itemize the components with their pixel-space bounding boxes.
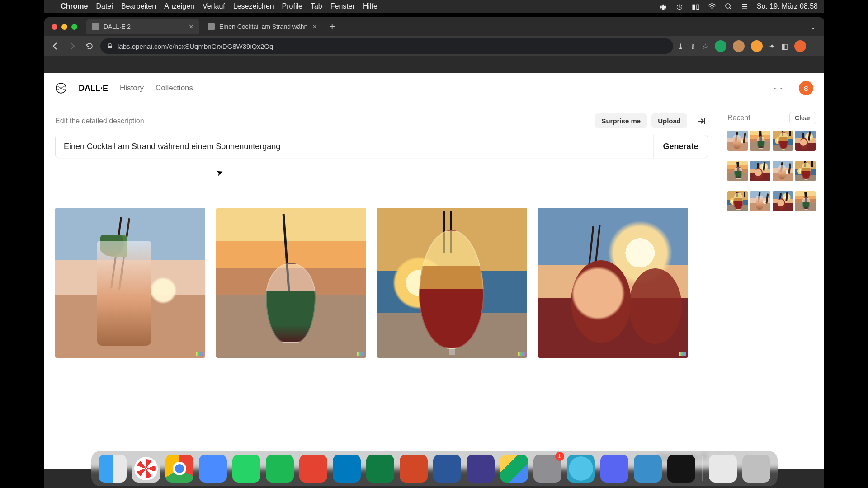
clear-button[interactable]: Clear xyxy=(789,112,816,124)
recent-thumb[interactable] xyxy=(795,161,816,181)
result-image[interactable] xyxy=(377,208,527,358)
dock-trello-icon[interactable] xyxy=(333,455,361,483)
dock-todoist-icon[interactable] xyxy=(299,455,327,483)
new-tab-button[interactable]: + xyxy=(326,21,339,33)
sidepanel-icon[interactable]: ◧ xyxy=(781,42,788,51)
address-bar[interactable]: labs.openai.com/e/nsxSUqmbnGrxDG8W39iQx2… xyxy=(100,38,673,54)
recent-thumb[interactable] xyxy=(773,161,793,181)
recent-row xyxy=(727,191,816,211)
menubar-clock[interactable]: So. 19. März 08:58 xyxy=(757,2,818,10)
app-header: DALL·E History Collections ⋯ S xyxy=(44,73,824,103)
close-tab-icon[interactable]: ✕ xyxy=(189,23,194,30)
dock-settings-icon[interactable]: 1 xyxy=(533,455,561,483)
close-tab-icon[interactable]: ✕ xyxy=(312,23,317,30)
nav-history[interactable]: History xyxy=(120,84,144,93)
extension-icon[interactable] xyxy=(715,40,726,52)
menu-tab[interactable]: Tab xyxy=(311,2,322,10)
dock-discord-icon[interactable] xyxy=(600,455,628,483)
back-button[interactable] xyxy=(49,40,61,52)
more-menu-icon[interactable]: ⋯ xyxy=(769,83,787,94)
bookmark-star-icon[interactable]: ☆ xyxy=(702,42,708,51)
control-center-icon[interactable]: ☰ xyxy=(741,2,749,10)
result-image[interactable] xyxy=(55,208,205,358)
generate-button[interactable]: Generate xyxy=(653,135,708,158)
tab-favicon xyxy=(92,23,99,30)
dock-word-icon[interactable] xyxy=(433,455,461,483)
recent-thumb[interactable] xyxy=(750,131,770,151)
openai-logo-icon[interactable] xyxy=(55,82,67,94)
svg-point-0 xyxy=(726,4,730,8)
dock-voicememos-icon[interactable] xyxy=(667,455,695,483)
tab-dalle2[interactable]: DALL·E 2 ✕ xyxy=(86,19,199,34)
wifi-icon[interactable] xyxy=(708,2,716,10)
dock-trash-icon[interactable] xyxy=(742,455,770,483)
recent-thumb[interactable] xyxy=(750,161,770,181)
chrome-menu-icon[interactable]: ⋮ xyxy=(812,42,820,51)
reload-button[interactable] xyxy=(83,40,96,52)
macos-menubar: Chrome Datei Bearbeiten Anzeigen Verlauf… xyxy=(44,0,824,13)
main-panel: Edit the detailed description Surprise m… xyxy=(44,103,719,469)
dock-spotify-icon[interactable] xyxy=(266,455,294,483)
svg-rect-2 xyxy=(108,46,112,48)
extensions-puzzle-icon[interactable]: ✦ xyxy=(769,42,775,51)
user-avatar[interactable]: S xyxy=(799,81,813,95)
forward-button[interactable] xyxy=(66,40,79,52)
dock-whatsapp-icon[interactable] xyxy=(232,455,260,483)
tab-cocktail[interactable]: Einen Cocktail am Strand wähn ✕ xyxy=(202,19,323,34)
result-image[interactable] xyxy=(538,208,688,358)
menu-fenster[interactable]: Fenster xyxy=(330,2,355,10)
recent-thumb[interactable] xyxy=(727,131,748,151)
menubar-app-name[interactable]: Chrome xyxy=(61,2,88,10)
dock-excel-icon[interactable] xyxy=(366,455,394,483)
lock-icon xyxy=(107,43,113,49)
dalle-watermark-icon xyxy=(679,352,686,356)
clock-icon[interactable]: ◷ xyxy=(675,2,684,10)
extension-icon[interactable] xyxy=(733,40,745,52)
install-app-icon[interactable]: ⤓ xyxy=(678,42,684,51)
dock-zoom-icon[interactable] xyxy=(199,455,227,483)
close-window-button[interactable] xyxy=(52,24,57,30)
screen-record-icon[interactable]: ◉ xyxy=(659,2,667,10)
menu-anzeigen[interactable]: Anzeigen xyxy=(164,2,194,10)
collapse-sidebar-icon[interactable] xyxy=(693,114,708,128)
recent-thumb[interactable] xyxy=(795,191,816,211)
battery-icon[interactable]: ▮▯ xyxy=(692,2,700,10)
profile-avatar[interactable] xyxy=(794,40,806,52)
menu-verlauf[interactable]: Verlauf xyxy=(203,2,225,10)
dock-app-icon[interactable] xyxy=(567,455,595,483)
recent-thumb[interactable] xyxy=(750,191,770,211)
result-image[interactable] xyxy=(216,208,366,358)
dock-chrome-icon[interactable] xyxy=(165,455,193,483)
recent-row xyxy=(727,131,816,151)
nav-collections[interactable]: Collections xyxy=(156,84,193,93)
upload-button[interactable]: Upload xyxy=(651,113,687,128)
extension-icon[interactable] xyxy=(751,40,763,52)
dock-powerpoint-icon[interactable] xyxy=(400,455,428,483)
prompt-input[interactable] xyxy=(56,135,653,158)
dock-quicktime-icon[interactable] xyxy=(634,455,662,483)
recent-thumb[interactable] xyxy=(773,131,793,151)
recent-row xyxy=(727,161,816,181)
menu-bearbeiten[interactable]: Bearbeiten xyxy=(121,2,156,10)
menu-hilfe[interactable]: Hilfe xyxy=(363,2,377,10)
dock-safari-icon[interactable] xyxy=(132,455,160,483)
dock-googledrive-icon[interactable] xyxy=(500,455,528,483)
menu-profile[interactable]: Profile xyxy=(282,2,302,10)
spotlight-icon[interactable] xyxy=(724,2,732,10)
dock-divider xyxy=(702,456,703,481)
recent-thumb[interactable] xyxy=(795,131,816,151)
dock-imovie-icon[interactable] xyxy=(467,455,495,483)
menu-lesezeichen[interactable]: Lesezeichen xyxy=(233,2,274,10)
dock-finder-icon[interactable] xyxy=(99,455,127,483)
brand-name[interactable]: DALL·E xyxy=(79,84,108,93)
share-icon[interactable]: ⇪ xyxy=(690,42,696,51)
minimize-window-button[interactable] xyxy=(61,24,67,30)
zoom-window-button[interactable] xyxy=(71,24,77,30)
tab-overview-button[interactable]: ⌄ xyxy=(807,23,820,31)
menu-datei[interactable]: Datei xyxy=(96,2,113,10)
surprise-me-button[interactable]: Surprise me xyxy=(595,113,647,128)
dock-preview-icon[interactable] xyxy=(709,455,737,483)
recent-thumb[interactable] xyxy=(773,191,793,211)
recent-thumb[interactable] xyxy=(727,161,748,181)
recent-thumb[interactable] xyxy=(727,191,748,211)
